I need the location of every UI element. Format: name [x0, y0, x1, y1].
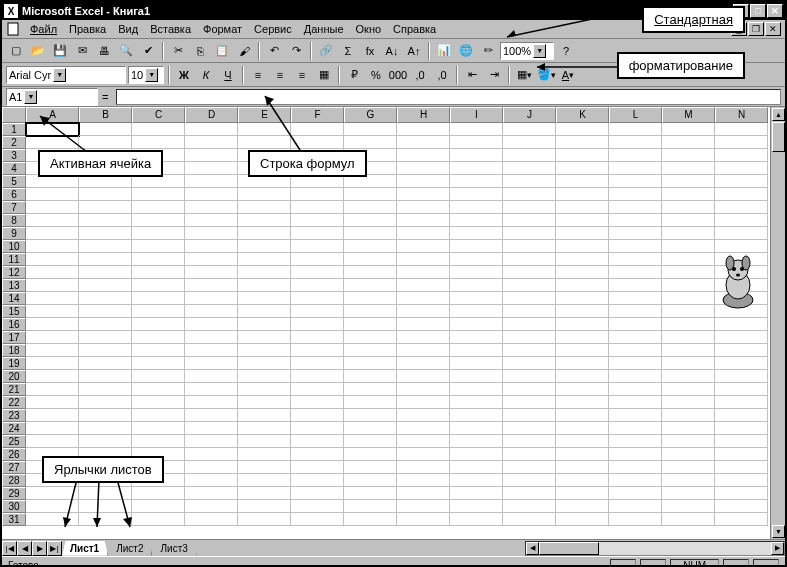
cell-G10[interactable] — [344, 240, 397, 253]
cell-F3[interactable] — [291, 149, 344, 162]
currency-icon[interactable]: ₽ — [344, 65, 364, 85]
cell-B11[interactable] — [79, 253, 132, 266]
cell-K3[interactable] — [556, 149, 609, 162]
cell-E13[interactable] — [238, 279, 291, 292]
cell-A29[interactable] — [26, 487, 79, 500]
cell-B1[interactable] — [79, 123, 132, 136]
cell-L1[interactable] — [609, 123, 662, 136]
inc-decimal-icon[interactable]: ,0 — [410, 65, 430, 85]
cell-B31[interactable] — [79, 513, 132, 526]
cell-K6[interactable] — [556, 188, 609, 201]
cell-M2[interactable] — [662, 136, 715, 149]
cell-D10[interactable] — [185, 240, 238, 253]
menu-data[interactable]: Данные — [298, 22, 350, 36]
spell-icon[interactable]: ✔ — [138, 41, 158, 61]
cell-J6[interactable] — [503, 188, 556, 201]
cell-F14[interactable] — [291, 292, 344, 305]
cell-K28[interactable] — [556, 474, 609, 487]
cell-I29[interactable] — [450, 487, 503, 500]
cell-A12[interactable] — [26, 266, 79, 279]
cell-L2[interactable] — [609, 136, 662, 149]
cell-I12[interactable] — [450, 266, 503, 279]
cell-N18[interactable] — [715, 344, 768, 357]
row-header-24[interactable]: 24 — [2, 422, 26, 435]
sort-asc-icon[interactable]: A↓ — [382, 41, 402, 61]
cell-L10[interactable] — [609, 240, 662, 253]
vertical-scrollbar[interactable]: ▲ ▼ — [770, 107, 785, 539]
cell-J30[interactable] — [503, 500, 556, 513]
cell-K23[interactable] — [556, 409, 609, 422]
scroll-right-icon[interactable]: ▶ — [771, 542, 784, 555]
cell-C19[interactable] — [132, 357, 185, 370]
cell-J18[interactable] — [503, 344, 556, 357]
col-header-H[interactable]: H — [397, 107, 450, 123]
font-combo[interactable]: Arial Cyr ▼ — [6, 66, 126, 84]
cell-J15[interactable] — [503, 305, 556, 318]
cell-F11[interactable] — [291, 253, 344, 266]
cell-A31[interactable] — [26, 513, 79, 526]
cell-J3[interactable] — [503, 149, 556, 162]
cell-J26[interactable] — [503, 448, 556, 461]
cell-A2[interactable] — [26, 136, 79, 149]
cell-F13[interactable] — [291, 279, 344, 292]
cell-L3[interactable] — [609, 149, 662, 162]
cell-K5[interactable] — [556, 175, 609, 188]
last-sheet-icon[interactable]: ▶| — [47, 541, 62, 556]
open-icon[interactable]: 📂 — [28, 41, 48, 61]
cell-H15[interactable] — [397, 305, 450, 318]
cell-I25[interactable] — [450, 435, 503, 448]
cell-E15[interactable] — [238, 305, 291, 318]
cell-A22[interactable] — [26, 396, 79, 409]
zoom-combo[interactable]: 100% ▼ — [500, 42, 554, 60]
cell-K9[interactable] — [556, 227, 609, 240]
cell-A24[interactable] — [26, 422, 79, 435]
row-header-26[interactable]: 26 — [2, 448, 26, 461]
cell-C17[interactable] — [132, 331, 185, 344]
cell-J19[interactable] — [503, 357, 556, 370]
cell-D6[interactable] — [185, 188, 238, 201]
cell-G21[interactable] — [344, 383, 397, 396]
cell-I21[interactable] — [450, 383, 503, 396]
cell-D31[interactable] — [185, 513, 238, 526]
cell-L8[interactable] — [609, 214, 662, 227]
cell-H17[interactable] — [397, 331, 450, 344]
dec-decimal-icon[interactable]: ,0 — [432, 65, 452, 85]
cell-A26[interactable] — [26, 448, 79, 461]
cell-I14[interactable] — [450, 292, 503, 305]
cell-K1[interactable] — [556, 123, 609, 136]
cell-G1[interactable] — [344, 123, 397, 136]
mail-icon[interactable]: ✉ — [72, 41, 92, 61]
italic-icon[interactable]: К — [196, 65, 216, 85]
cell-D4[interactable] — [185, 162, 238, 175]
cell-G6[interactable] — [344, 188, 397, 201]
cell-F15[interactable] — [291, 305, 344, 318]
cell-I15[interactable] — [450, 305, 503, 318]
cell-F21[interactable] — [291, 383, 344, 396]
cell-N27[interactable] — [715, 461, 768, 474]
cut-icon[interactable]: ✂ — [168, 41, 188, 61]
cell-G27[interactable] — [344, 461, 397, 474]
cell-I8[interactable] — [450, 214, 503, 227]
cell-K20[interactable] — [556, 370, 609, 383]
cell-E23[interactable] — [238, 409, 291, 422]
col-header-L[interactable]: L — [609, 107, 662, 123]
cell-J16[interactable] — [503, 318, 556, 331]
col-header-J[interactable]: J — [503, 107, 556, 123]
row-header-18[interactable]: 18 — [2, 344, 26, 357]
cell-C7[interactable] — [132, 201, 185, 214]
cell-E4[interactable] — [238, 162, 291, 175]
cell-C10[interactable] — [132, 240, 185, 253]
cell-E10[interactable] — [238, 240, 291, 253]
cell-N4[interactable] — [715, 162, 768, 175]
col-header-I[interactable]: I — [450, 107, 503, 123]
cell-J23[interactable] — [503, 409, 556, 422]
cell-M31[interactable] — [662, 513, 715, 526]
cell-H9[interactable] — [397, 227, 450, 240]
cell-K10[interactable] — [556, 240, 609, 253]
cell-E1[interactable] — [238, 123, 291, 136]
cell-M23[interactable] — [662, 409, 715, 422]
cell-I20[interactable] — [450, 370, 503, 383]
next-sheet-icon[interactable]: ▶ — [32, 541, 47, 556]
cell-H25[interactable] — [397, 435, 450, 448]
cell-F5[interactable] — [291, 175, 344, 188]
